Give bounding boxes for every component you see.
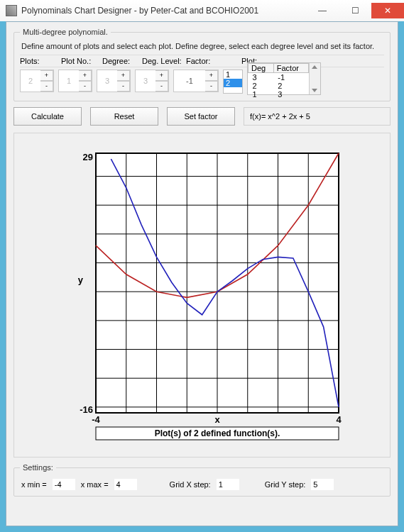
button-row: Calculate Reset Set factor f(x)= x^2 + 2…	[13, 107, 391, 126]
svg-text:x: x	[214, 414, 220, 425]
maximize-button[interactable]: ☐	[339, 3, 371, 18]
header-plotno: Plot No.:	[61, 57, 102, 65]
settings-legend: Settings:	[20, 463, 56, 472]
deglevel-spinner[interactable]: + -	[135, 70, 169, 92]
input-xmin[interactable]	[53, 479, 75, 490]
table-row[interactable]: 3 -1	[249, 73, 309, 82]
label-xmin: x min =	[21, 480, 47, 489]
plots-down[interactable]: -	[40, 81, 53, 92]
svg-text:y: y	[77, 275, 83, 285]
header-plots: Plots:	[20, 57, 61, 65]
input-xmax[interactable]	[114, 479, 137, 490]
degree-spinner[interactable]: + -	[97, 70, 131, 92]
plotno-down[interactable]: -	[79, 81, 92, 92]
factor-down[interactable]: -	[205, 81, 218, 92]
svg-text:4: 4	[336, 414, 342, 425]
polynomial-description: Define amount of plots and select each p…	[21, 42, 384, 50]
plotno-input[interactable]	[59, 70, 79, 92]
calculate-button[interactable]: Calculate	[13, 107, 82, 126]
client-area: Multi-degree polynomial. Define amount o…	[6, 21, 398, 526]
table-row[interactable]: 1 3	[249, 90, 309, 99]
degtable-col-factor[interactable]: Factor	[273, 64, 308, 73]
deglevel-down[interactable]: -	[155, 81, 168, 92]
input-gridy[interactable]	[311, 479, 334, 490]
header-degree: Degree:	[102, 57, 142, 65]
plot-list[interactable]: 1 2	[223, 70, 243, 94]
factor-input[interactable]	[174, 70, 205, 92]
factor-spinner[interactable]: + -	[173, 70, 219, 92]
plotno-spinner[interactable]: + -	[58, 70, 92, 92]
deglevel-input[interactable]	[136, 70, 155, 92]
title-bar: Polynominals Chart Designer - by Peter-C…	[0, 0, 404, 21]
set-factor-button[interactable]: Set factor	[167, 107, 235, 126]
table-row[interactable]: 2 2	[249, 82, 309, 90]
input-gridx[interactable]	[217, 479, 239, 490]
plotno-up[interactable]: +	[79, 70, 92, 81]
factor-up[interactable]: +	[205, 70, 218, 81]
degree-factor-table[interactable]: Deg Factor 3 -1 2 2 1 3	[247, 62, 321, 95]
controls-row: + - + - + - +	[20, 70, 384, 95]
svg-text:-16: -16	[80, 404, 93, 415]
svg-text:29: 29	[82, 152, 92, 162]
minimize-button[interactable]: —	[306, 3, 339, 18]
app-icon	[6, 5, 17, 16]
degtable-col-deg[interactable]: Deg	[249, 64, 274, 73]
function-display: f(x)= x^2 + 2x + 5	[244, 107, 391, 126]
svg-text:-4: -4	[92, 414, 100, 425]
plot-list-item[interactable]: 1	[224, 70, 242, 79]
settings-group: Settings: x min = x max = Grid X step: G…	[13, 463, 391, 497]
degree-input[interactable]	[97, 70, 117, 92]
plots-input[interactable]	[21, 70, 40, 92]
degtable-scrollbar[interactable]	[309, 63, 320, 94]
polynomial-chart: 29-16y-44xPlot(s) of 2 defined function(…	[53, 140, 351, 453]
label-xmax: x max =	[81, 480, 109, 489]
svg-text:Plot(s) of 2 defined function(: Plot(s) of 2 defined function(s).	[154, 428, 280, 438]
polynomial-group-legend: Multi-degree polynomial.	[20, 28, 111, 36]
degree-up[interactable]: +	[117, 70, 130, 81]
header-factor: Factor:	[186, 57, 236, 65]
reset-button[interactable]: Reset	[90, 107, 158, 126]
window-title: Polynominals Chart Designer - by Peter-C…	[21, 6, 306, 16]
column-headers: Plots: Plot No.: Degree: Deg. Level: Fac…	[20, 55, 384, 67]
polynomial-group: Multi-degree polynomial. Define amount o…	[13, 28, 391, 101]
chart-container: 29-16y-44xPlot(s) of 2 defined function(…	[13, 133, 391, 458]
label-gridx: Grid X step:	[170, 480, 211, 489]
plot-list-item[interactable]: 2	[224, 79, 242, 87]
header-deglevel: Deg. Level:	[142, 57, 186, 65]
close-button[interactable]: ✕	[371, 3, 404, 18]
plots-up[interactable]: +	[40, 70, 53, 81]
label-gridy: Grid Y step:	[265, 480, 306, 489]
plots-spinner[interactable]: + -	[20, 70, 54, 92]
deglevel-up[interactable]: +	[155, 70, 168, 81]
degree-down[interactable]: -	[117, 81, 130, 92]
